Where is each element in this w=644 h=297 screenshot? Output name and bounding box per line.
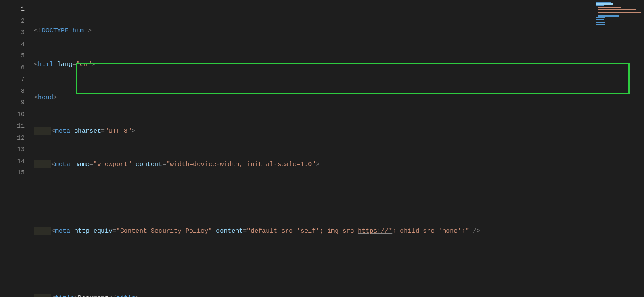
line-number: 9: [0, 97, 25, 109]
line-number: 8: [0, 86, 25, 97]
tag-name: html: [38, 61, 53, 68]
code-line[interactable]: <title>Document</title>: [34, 292, 644, 297]
punct: =: [72, 61, 76, 68]
code-line[interactable]: <meta http-equiv="Content-Security-Polic…: [34, 226, 644, 237]
minimap-line: [596, 3, 613, 5]
punct: =: [162, 161, 166, 168]
line-number: 2: [0, 15, 25, 27]
punct: <: [51, 228, 55, 235]
line-number: 12: [0, 132, 25, 144]
line-number: 3: [0, 27, 25, 39]
line-number: 14: [0, 156, 25, 168]
attr-name: charset: [74, 128, 101, 135]
punct: =: [112, 228, 116, 235]
punct: >: [88, 27, 92, 34]
punct: <: [51, 294, 55, 297]
attr-value: "en": [76, 61, 92, 68]
minimap-line: [596, 19, 604, 20]
attr-value: "UTF-8": [105, 128, 132, 135]
doctype-html: html: [72, 27, 88, 34]
punct: <: [34, 27, 38, 34]
attr-name: lang: [57, 61, 72, 68]
url-link[interactable]: https://*: [358, 228, 392, 235]
punct: >: [135, 294, 139, 297]
punct: >: [316, 161, 319, 168]
code-line[interactable]: <meta name="viewport" content="width=dev…: [34, 159, 644, 171]
minimap[interactable]: [595, 2, 642, 27]
indent-guide: [34, 160, 51, 168]
indent-guide: [34, 127, 51, 135]
code-line[interactable]: <meta charset="UTF-8">: [34, 126, 644, 137]
minimap-line: [598, 12, 641, 13]
line-number-gutter: 1 2 3 4 5 6 7 8 9 10 11 12 13 14 15: [0, 0, 34, 297]
punct: =: [243, 228, 247, 235]
tag-name: title: [55, 294, 74, 297]
line-number: 1: [0, 3, 25, 15]
line-number: 13: [0, 144, 25, 156]
minimap-line: [598, 9, 636, 10]
code-line[interactable]: [34, 259, 644, 271]
indent-guide: [34, 227, 51, 235]
punct: =: [101, 128, 105, 135]
attr-name: http-equiv: [74, 228, 112, 235]
attr-name: content: [135, 161, 162, 168]
minimap-line: [596, 5, 604, 6]
tag-name: title: [116, 294, 135, 297]
punct: </: [109, 294, 116, 297]
code-editor[interactable]: 1 2 3 4 5 6 7 8 9 10 11 12 13 14 15 <!DO…: [0, 0, 644, 297]
minimap-line: [596, 24, 605, 25]
punct: <: [51, 128, 55, 135]
punct: />: [473, 228, 480, 235]
attr-value: "viewport": [93, 161, 132, 168]
code-area[interactable]: <!DOCTYPE html> <html lang="en"> <head> …: [34, 0, 644, 297]
tag-name: meta: [55, 128, 70, 135]
attr-name: content: [216, 228, 243, 235]
minimap-line: [596, 17, 605, 18]
attr-name: name: [74, 161, 89, 168]
code-line[interactable]: [34, 192, 644, 204]
text-content: Document: [78, 294, 109, 297]
minimap-line: [596, 22, 605, 23]
attr-value: ; child-src 'none';": [392, 228, 469, 235]
punct: <: [34, 94, 38, 101]
tag-name: meta: [55, 161, 70, 168]
punct: >: [74, 294, 78, 297]
punct: !: [38, 27, 42, 34]
punct: <: [34, 61, 38, 68]
punct: >: [132, 128, 135, 135]
line-number: 7: [0, 74, 25, 86]
attr-value: "default-src 'self'; img-src: [247, 228, 358, 235]
attr-value: "Content-Security-Policy": [116, 228, 212, 235]
punct: <: [51, 161, 55, 168]
attr-value: "width=device-width, initial-scale=1.0": [166, 161, 316, 168]
code-line[interactable]: <head>: [34, 92, 644, 104]
line-number: 5: [0, 50, 25, 62]
indent-guide: [34, 294, 51, 297]
line-number: 11: [0, 120, 25, 132]
line-number: 10: [0, 109, 25, 121]
line-number: 6: [0, 62, 25, 74]
minimap-line: [598, 7, 621, 8]
line-number: 15: [0, 167, 25, 179]
doctype-keyword: DOCTYPE: [42, 27, 69, 34]
tag-name: head: [38, 94, 53, 101]
code-line[interactable]: <!DOCTYPE html>: [34, 25, 644, 37]
code-line[interactable]: <html lang="en">: [34, 59, 644, 71]
punct: >: [53, 94, 57, 101]
minimap-line: [596, 2, 611, 3]
line-number: 4: [0, 39, 25, 51]
tag-name: meta: [55, 228, 70, 235]
minimap-line: [598, 15, 619, 17]
punct: >: [92, 61, 95, 68]
punct: =: [89, 161, 93, 168]
